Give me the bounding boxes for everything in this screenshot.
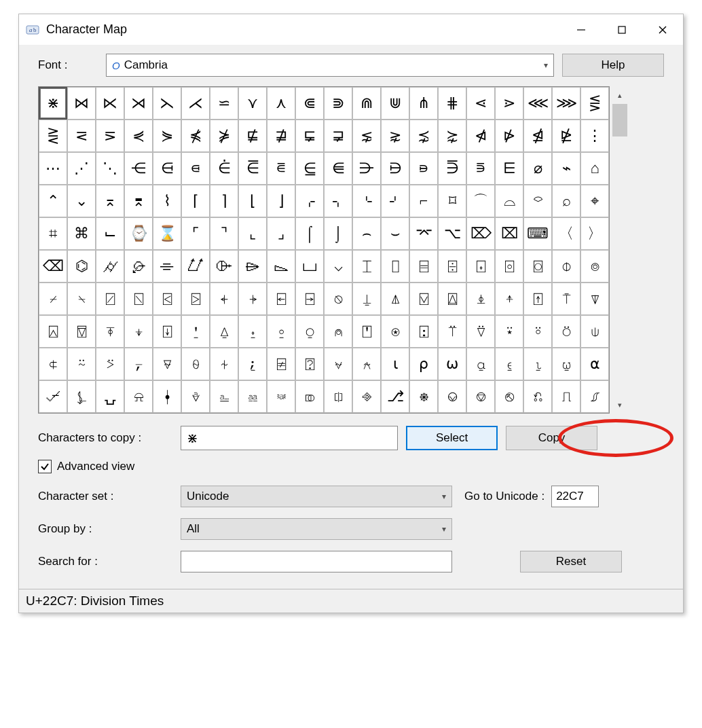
char-cell[interactable]: ⍢: [466, 315, 495, 348]
char-cell[interactable]: ⋾: [466, 152, 495, 185]
char-cell[interactable]: ⍫: [153, 348, 181, 380]
char-cell[interactable]: ⍷: [495, 348, 523, 380]
char-cell[interactable]: ⋶: [238, 152, 267, 185]
char-cell[interactable]: ⍝: [324, 315, 352, 348]
char-cell[interactable]: ⎀: [181, 380, 210, 413]
char-cell[interactable]: ⋚: [580, 87, 609, 120]
char-cell[interactable]: ⍤: [523, 315, 552, 348]
char-cell[interactable]: ⍠: [409, 315, 438, 348]
char-cell[interactable]: ⌱: [210, 250, 238, 283]
char-cell[interactable]: ⍼: [67, 380, 96, 413]
char-cell[interactable]: ⋠: [181, 120, 210, 152]
char-cell[interactable]: ⌌: [295, 185, 324, 217]
groupby-select[interactable]: All ▾: [181, 518, 452, 540]
char-cell[interactable]: ⋈: [67, 87, 96, 120]
char-cell[interactable]: ⌛: [153, 217, 181, 250]
char-cell[interactable]: ⍥: [552, 315, 580, 348]
char-cell[interactable]: ⍞: [352, 315, 381, 348]
char-cell[interactable]: ⍲: [352, 348, 381, 380]
char-cell[interactable]: ⋤: [295, 120, 324, 152]
scrollbar[interactable]: ▴ ▾: [611, 86, 629, 414]
char-cell[interactable]: ⍪: [124, 348, 153, 380]
char-cell[interactable]: ⍣: [495, 315, 523, 348]
char-cell[interactable]: ⍒: [580, 283, 609, 315]
char-cell[interactable]: ⋥: [324, 120, 352, 152]
char-cell[interactable]: ⋔: [409, 87, 438, 120]
char-cell[interactable]: ⌜: [181, 217, 210, 250]
char-cell[interactable]: ⋌: [181, 87, 210, 120]
char-cell[interactable]: ⎈: [409, 380, 438, 413]
char-cell[interactable]: ⌸: [409, 250, 438, 283]
char-cell[interactable]: ⋋: [153, 87, 181, 120]
char-cell[interactable]: ⋙: [552, 87, 580, 120]
char-cell[interactable]: ⍙: [210, 315, 238, 348]
char-cell[interactable]: ⍍: [438, 283, 466, 315]
char-cell[interactable]: ⌉: [210, 185, 238, 217]
char-cell[interactable]: ⌁: [552, 152, 580, 185]
char-cell[interactable]: ⌧: [495, 217, 523, 250]
advanced-view-checkbox[interactable]: [38, 460, 52, 473]
char-cell[interactable]: ⌴: [295, 250, 324, 283]
char-cell[interactable]: ⌈: [181, 185, 210, 217]
char-cell[interactable]: ⌘: [67, 217, 96, 250]
char-cell[interactable]: ⎂: [238, 380, 267, 413]
char-cell[interactable]: ⍶: [466, 348, 495, 380]
char-cell[interactable]: ⍸: [523, 348, 552, 380]
char-cell[interactable]: ⌫: [39, 250, 67, 283]
char-cell[interactable]: ⌺: [466, 250, 495, 283]
char-cell[interactable]: ⌦: [466, 217, 495, 250]
char-cell[interactable]: ⋨: [409, 120, 438, 152]
char-cell[interactable]: ⌣: [381, 217, 409, 250]
char-cell[interactable]: ⌯: [153, 250, 181, 283]
char-cell[interactable]: ⋖: [466, 87, 495, 120]
char-cell[interactable]: ⋴: [181, 152, 210, 185]
char-cell[interactable]: ⍋: [381, 283, 409, 315]
char-cell[interactable]: ⋮: [580, 120, 609, 152]
char-cell[interactable]: ⌚: [124, 217, 153, 250]
char-cell[interactable]: ⍚: [238, 315, 267, 348]
char-cell[interactable]: ⌷: [381, 250, 409, 283]
char-cell[interactable]: ⌄: [67, 185, 96, 217]
char-cell[interactable]: ⌨: [523, 217, 552, 250]
char-cell[interactable]: ⎁: [210, 380, 238, 413]
char-cell[interactable]: ⋎: [238, 87, 267, 120]
char-cell[interactable]: ⌟: [267, 217, 295, 250]
char-cell[interactable]: ⋸: [295, 152, 324, 185]
char-cell[interactable]: ⌳: [267, 250, 295, 283]
char-cell[interactable]: ⌹: [438, 250, 466, 283]
char-cell[interactable]: ⍦: [580, 315, 609, 348]
charset-select[interactable]: Unicode ▾: [181, 486, 452, 507]
char-cell[interactable]: ⋛: [39, 120, 67, 152]
scroll-up-button[interactable]: ▴: [611, 86, 629, 104]
char-cell[interactable]: ⋧: [381, 120, 409, 152]
char-cell[interactable]: ⌥: [438, 217, 466, 250]
reset-button[interactable]: Reset: [520, 551, 622, 572]
char-cell[interactable]: ⋪: [466, 120, 495, 152]
char-cell[interactable]: ⍬: [181, 348, 210, 380]
char-cell[interactable]: ⋣: [267, 120, 295, 152]
char-cell[interactable]: ⋐: [295, 87, 324, 120]
char-cell[interactable]: ⍀: [67, 283, 96, 315]
char-cell[interactable]: ⌐: [409, 185, 438, 217]
char-cell[interactable]: ⌵: [324, 250, 352, 283]
char-cell[interactable]: ⋓: [381, 87, 409, 120]
char-cell[interactable]: ⍗: [153, 315, 181, 348]
char-cell[interactable]: ⎉: [438, 380, 466, 413]
char-cell[interactable]: ⎃: [267, 380, 295, 413]
char-cell[interactable]: ⎊: [466, 380, 495, 413]
char-cell[interactable]: 〉: [580, 217, 609, 250]
char-cell[interactable]: ⍺: [580, 348, 609, 380]
char-cell[interactable]: ⍱: [324, 348, 352, 380]
char-cell[interactable]: ⋻: [381, 152, 409, 185]
char-cell[interactable]: ⎄: [295, 380, 324, 413]
char-cell[interactable]: ⍘: [181, 315, 210, 348]
char-cell[interactable]: ⋝: [96, 120, 124, 152]
char-cell[interactable]: ⋵: [210, 152, 238, 185]
char-cell[interactable]: ⌑: [438, 185, 466, 217]
char-cell[interactable]: ⍴: [409, 348, 438, 380]
char-cell[interactable]: ⌿: [39, 283, 67, 315]
search-input[interactable]: [181, 551, 452, 572]
char-cell[interactable]: ⌓: [495, 185, 523, 217]
scroll-thumb[interactable]: [612, 104, 627, 136]
char-cell[interactable]: ⌬: [67, 250, 96, 283]
